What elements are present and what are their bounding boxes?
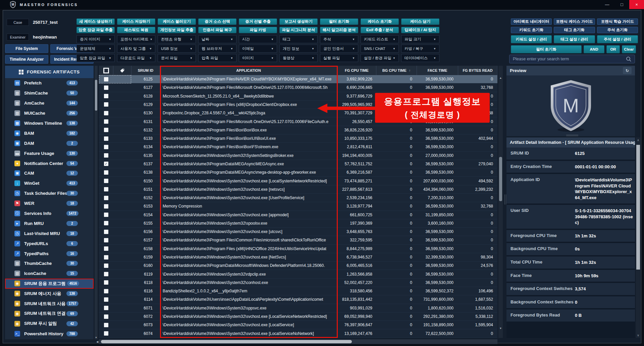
row-checkbox[interactable] (104, 221, 108, 225)
toolbar-button-포렌식-학습-가이드[interactable]: 포렌식 학습 가이드 (597, 18, 638, 25)
filter-dropdown-컨텐츠-유형[interactable]: 컨텐츠 유형▼ (158, 35, 196, 43)
filter-dropdown-키워드-리스트[interactable]: 키워드 리스트▼ (361, 35, 399, 43)
filter-dropdown-웹-브라우저[interactable]: 웹 브라우저▼ (198, 45, 236, 53)
table-row[interactable]: 6127\Device\HarddiskVolume3\Program File… (99, 83, 497, 92)
maximize-button[interactable]: □ (614, 0, 629, 9)
sidebar-item-last-visited-mru[interactable]: ◷Last-Visited MRU18 (5, 228, 94, 238)
filter-dropdown-usb-정보[interactable]: USB 정보▼ (158, 45, 196, 53)
action-button-케이스-닫기[interactable]: 케이스 닫기 (401, 18, 439, 25)
table-row[interactable]: 6150\Device\HarddiskVolume3\Windows\Syst… (99, 177, 497, 185)
action-button-증거-소스-선택[interactable]: 증거 소스 선택 (198, 18, 236, 25)
nav-button-timeline-analyzer[interactable]: Timeline Analyzer (5, 55, 48, 64)
table-horizontal-scrollbar[interactable]: ◀ (99, 339, 497, 344)
toolbar-button-태그-설정-관리[interactable]: 태그 설정 / 관리 (554, 35, 595, 43)
row-checkbox[interactable] (104, 111, 108, 115)
panel-resize-grip[interactable] (566, 135, 578, 136)
table-row[interactable]: 6074\Device\HarddiskVolume3\Windows\Syst… (99, 329, 497, 338)
table-row[interactable]: 6153Memory Compression3,128,977,794036,5… (99, 202, 497, 211)
sidebar-item-thumbcache[interactable]: ▥ThumbCache30 (5, 258, 94, 269)
filter-dropdown-파일-크기[interactable]: 파일 크기▼ (401, 35, 439, 43)
sidebar-item-task-scheduler-files[interactable]: ◷Task Scheduler Files30 (5, 188, 94, 198)
sidebar-item-shimcache[interactable]: ▥ShimCache50 (5, 88, 94, 98)
table-row[interactable]: 6119\Device\HarddiskVolume3\Windows\Syst… (99, 270, 497, 278)
action-button-파일-시그니처-분석[interactable]: 파일 시그니처 분석 (279, 27, 318, 33)
row-checkbox[interactable] (104, 85, 108, 90)
row-checkbox[interactable] (104, 119, 108, 124)
action-button-암호-잠금-파일-추출[interactable]: 암호 잠금 파일 추출 (76, 27, 115, 33)
table-vscroll-thumb[interactable] (499, 157, 502, 201)
row-checkbox[interactable] (104, 230, 108, 234)
action-button-딥페이크-ai-탐지[interactable]: 딥페이크 / AI 탐지 (401, 27, 439, 33)
table-row[interactable]: 6135\Device\HarddiskVolume3\Windows\Syst… (99, 152, 497, 160)
table-row[interactable]: 6114\Device\HarddiskVolume3\Users\insec\… (99, 295, 497, 304)
sidebar-item-srum-push[interactable]: ◉SRUM 푸시 알림42 (5, 319, 94, 329)
filter-dropdown-동영상[interactable]: 동영상▼ (279, 54, 318, 62)
action-button-케이스-불러오기[interactable]: 케이스 불러오기 (158, 18, 196, 25)
sidebar-scroll-down-icon[interactable]: ▼ (95, 336, 98, 339)
row-checkbox[interactable] (104, 331, 108, 336)
toolbar-button-키워드-설정-관리[interactable]: 키워드 설정 / 관리 (511, 35, 552, 43)
action-button-인증서-파일-복구[interactable]: 인증서 파일 복구 (198, 27, 236, 33)
sidebar-item-dam[interactable]: ▣DAM2 (5, 138, 94, 148)
row-checkbox[interactable] (104, 306, 108, 310)
column-header-application[interactable]: APPLICATION (160, 66, 337, 75)
row-checkbox[interactable] (104, 238, 108, 242)
sidebar-item-amcache[interactable]: ▥AmCache144 (5, 98, 94, 108)
sidebar-scroll-thumb[interactable] (95, 80, 97, 111)
filter-dropdown-운영체제[interactable]: 운영체제▼ (76, 45, 115, 53)
table-row[interactable]: 6157\Device\HarddiskVolume3\Program File… (99, 236, 497, 244)
search-input[interactable] (513, 57, 626, 61)
filter-dropdown-증거-이미지[interactable]: 증거 이미지▼ (76, 35, 115, 43)
filter-dropdown-암호-잠금-파일[interactable]: 암호 잠금 파일▼ (76, 54, 115, 62)
detail-scroll-up-icon[interactable]: ∧ (636, 138, 640, 142)
sidebar-item-cam[interactable]: ▣CAM12 (5, 168, 94, 178)
table-row[interactable]: 6154\Device\HarddiskVolume3\Windows\Syst… (99, 211, 497, 219)
table-row[interactable]: 6138\Device\HarddiskVolume3\ProgramData\… (99, 168, 497, 177)
row-checkbox[interactable] (104, 153, 108, 158)
sidebar-item-srum-app[interactable]: ◉SRUM 응용 프로그램4516 (5, 279, 94, 289)
filter-dropdown-압축-파일[interactable]: 압축 파일▼ (198, 54, 236, 62)
sidebar-item-muicache[interactable]: ▥MUICache256 (5, 108, 94, 118)
sidebar-item-powershell-history[interactable]: >_Powershell History788 (5, 329, 94, 339)
sidebar-item-services-info[interactable]: ⓘServices Info1472 (5, 209, 94, 219)
row-checkbox[interactable] (104, 213, 108, 217)
action-button-필터-초기화[interactable]: 필터 초기화 (320, 18, 358, 25)
filter-dropdown-주석[interactable]: 주석▼ (320, 35, 358, 43)
row-checkbox[interactable] (104, 102, 108, 107)
column-header-bg-cpu-time[interactable]: BG CPU TIME↑ (376, 66, 417, 75)
table-hscroll-thumb[interactable] (101, 340, 352, 343)
table-row[interactable]: 6118\Device\HarddiskVolume3\Windows\Syst… (99, 279, 497, 287)
table-row[interactable]: 6151\Device\HarddiskVolume3\Windows\Syst… (99, 185, 497, 194)
table-row[interactable]: 6072\Device\HarddiskVolume3\Windows\Syst… (99, 312, 497, 321)
row-checkbox[interactable] (104, 170, 108, 175)
filter-dropdown-실행-파일[interactable]: 실행 파일▼ (320, 54, 358, 62)
row-checkbox[interactable] (104, 255, 108, 260)
close-button[interactable]: × (629, 0, 644, 9)
sidebar-item-winget[interactable]: ↓WinGet413 (5, 178, 94, 188)
table-row[interactable]: 6071\Device\HarddiskVolume3\Windows\Syst… (99, 304, 497, 312)
table-row[interactable]: 6160\Device\HarddiskVolume3\ProgramData\… (99, 262, 497, 270)
row-checkbox[interactable] (104, 196, 108, 200)
filter-dropdown-사용자-및-그룹[interactable]: 사용자 및 그룹▼ (117, 45, 155, 53)
nav-button-file-system[interactable]: File System (5, 44, 48, 53)
filter-dropdown-태그[interactable]: 태그▼ (279, 35, 318, 43)
column-header-fg-cpu-time[interactable]: FG CPU TIME (337, 66, 376, 75)
row-checkbox[interactable] (104, 204, 108, 209)
filter-dropdown-sns-chat[interactable]: SNS / CHAT▼ (361, 45, 399, 53)
toolbar-button-주석-설정-관리[interactable]: 주석 설정 / 관리 (597, 35, 638, 43)
table-row[interactable]: 6134\Device\HarddiskVolume3\Program File… (99, 143, 497, 151)
table-row[interactable]: 6156\Device\HarddiskVolume3\Windows\Syst… (99, 228, 497, 236)
table-row[interactable]: 6073\Device\HarddiskVolume3\Windows\Syst… (99, 321, 497, 329)
action-button-보고서-생성하기[interactable]: 보고서 생성하기 (279, 18, 318, 25)
action-button-케이스-초기화[interactable]: 케이스 초기화 (361, 18, 399, 25)
column-header-srum-id[interactable]: SRUM ID (131, 66, 160, 75)
filter-dropdown-개인-정보[interactable]: 개인 정보▼ (279, 45, 318, 53)
row-checkbox[interactable] (104, 246, 108, 251)
action-button-패스워드-복원[interactable]: 패스워드 복원 (117, 27, 155, 33)
table-scroll-left-icon[interactable]: ◀ (96, 339, 99, 344)
detail-scroll-thumb[interactable] (636, 145, 640, 270)
column-header-face-time[interactable]: FACE TIME (417, 66, 458, 75)
toolbar-button-키워드-초기화[interactable]: 키워드 초기화 (511, 27, 552, 33)
filter-dropdown-공인-인증서[interactable]: 공인 인증서▼ (320, 45, 358, 53)
sidebar-item-prefetch[interactable]: ▤Prefetch413 (5, 78, 94, 88)
